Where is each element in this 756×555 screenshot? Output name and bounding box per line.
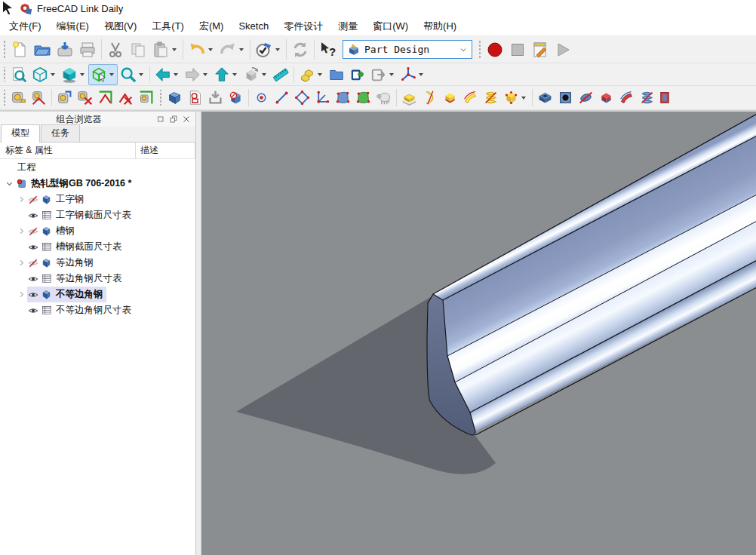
dropdown-arrow-icon[interactable] <box>80 73 85 76</box>
placement-button[interactable] <box>398 64 427 85</box>
tree-row[interactable]: 工字钢 <box>0 192 195 207</box>
tree-row[interactable]: 工字钢截面尺寸表 <box>0 207 195 223</box>
menu-item-5[interactable]: 宏(M) <box>192 17 232 35</box>
subtractive-pipe-button[interactable] <box>616 87 637 108</box>
blue-face-button[interactable] <box>333 87 353 108</box>
print-button[interactable] <box>76 38 99 61</box>
dropdown-arrow-icon[interactable] <box>139 73 143 76</box>
visibility-on-icon[interactable] <box>28 274 38 284</box>
measure-linked-button[interactable] <box>54 87 75 108</box>
measure-angular-frame-button[interactable] <box>95 87 115 108</box>
dropdown-arrow-icon[interactable] <box>51 73 55 76</box>
tab-tasks[interactable]: 任务 <box>41 124 80 142</box>
menu-item-2[interactable]: 编辑(E) <box>49 17 97 35</box>
pocket-button[interactable] <box>535 87 555 108</box>
visibility-on-icon[interactable] <box>28 290 38 300</box>
measure-angle-button[interactable] <box>29 87 49 108</box>
cut-button[interactable] <box>104 38 127 61</box>
dropdown-arrow-icon[interactable] <box>208 48 213 51</box>
toolbar-grip[interactable] <box>2 40 7 59</box>
panel-splitter[interactable] <box>196 112 201 555</box>
panel-float-button[interactable] <box>167 113 180 125</box>
menu-item-1[interactable]: 文件(F) <box>2 17 49 35</box>
isometric-view-button[interactable] <box>59 64 88 85</box>
dropdown-arrow-icon[interactable] <box>172 48 177 51</box>
menu-item-3[interactable]: 视图(V) <box>97 17 144 35</box>
tree-item-label[interactable]: 等边角钢 <box>54 256 94 269</box>
tree-row[interactable]: 热轧型钢GB 706-2016 * <box>0 176 195 192</box>
column-header-description[interactable]: 描述 <box>136 143 195 158</box>
tree-row[interactable]: 工程 <box>0 160 195 176</box>
dropdown-arrow-icon[interactable] <box>318 73 322 76</box>
navigate-back-button[interactable] <box>152 64 182 85</box>
additive-primitive-button[interactable] <box>501 87 530 108</box>
datum-point-button[interactable] <box>251 87 272 108</box>
redo-button[interactable] <box>217 38 247 61</box>
menu-item-9[interactable]: 窗口(W) <box>365 17 416 35</box>
datum-line-button[interactable] <box>272 87 292 108</box>
dropdown-arrow-icon[interactable] <box>275 48 280 51</box>
visibility-off-icon[interactable] <box>28 195 38 205</box>
pad-button[interactable] <box>399 87 419 108</box>
panel-close-button[interactable] <box>180 113 192 125</box>
part-variant-button[interactable] <box>297 64 326 85</box>
tree-item-label[interactable]: 工程 <box>16 161 36 174</box>
save-button[interactable] <box>54 38 76 61</box>
tree-row[interactable]: 不等边角钢 <box>0 287 195 302</box>
3d-viewport[interactable] <box>201 112 756 555</box>
menu-item-10[interactable]: 帮助(H) <box>416 17 464 35</box>
groove-button[interactable] <box>576 87 596 108</box>
toolbar-grip[interactable] <box>158 90 163 106</box>
local-coordinate-system-button[interactable] <box>312 87 333 108</box>
tree-item-label[interactable]: 不等边角钢 <box>54 288 103 301</box>
panel-minimize-button[interactable] <box>155 113 167 125</box>
menu-item-8[interactable]: 测量 <box>330 17 365 35</box>
dropdown-arrow-icon[interactable] <box>389 73 394 76</box>
menu-item-7[interactable]: 零件设计 <box>276 17 330 35</box>
navigate-forward-button[interactable] <box>182 64 211 85</box>
tree-item-label[interactable]: 热轧型钢GB 706-2016 * <box>29 177 131 190</box>
tree-item-label[interactable]: 等边角钢尺寸表 <box>54 272 122 285</box>
external-link-button[interactable] <box>368 64 398 85</box>
tree-expander[interactable] <box>15 227 27 235</box>
clone-button[interactable] <box>373 87 394 108</box>
tree-item-label[interactable]: 工字钢截面尺寸表 <box>54 209 131 222</box>
additive-loft-button[interactable] <box>440 87 460 108</box>
open-document-button[interactable] <box>31 38 54 61</box>
whats-this-button[interactable]: ? <box>317 38 340 61</box>
dropdown-arrow-icon[interactable] <box>521 97 526 100</box>
toolbar-grip[interactable] <box>2 67 7 81</box>
macro-play-button[interactable] <box>552 38 574 61</box>
create-sketch-button[interactable] <box>185 87 205 108</box>
box-element-selection-button[interactable] <box>88 64 118 85</box>
fit-all-button[interactable] <box>8 64 29 85</box>
tree-item-label[interactable]: 槽钢 <box>54 225 75 238</box>
workbench-selector[interactable]: Part Design <box>343 40 472 59</box>
dropdown-arrow-icon[interactable] <box>232 73 237 76</box>
tree-expander[interactable] <box>15 290 27 299</box>
visibility-off-icon[interactable] <box>28 258 38 268</box>
tree-row[interactable]: 槽钢 <box>0 223 195 239</box>
tree-row[interactable]: 槽钢截面尺寸表 <box>0 239 195 255</box>
dropdown-arrow-icon[interactable] <box>203 73 207 76</box>
green-face-button[interactable] <box>353 87 373 108</box>
dropdown-arrow-icon[interactable] <box>262 73 266 76</box>
hole-button[interactable] <box>555 87 576 108</box>
copy-button[interactable] <box>127 38 149 61</box>
macro-record-button[interactable] <box>484 38 506 61</box>
tree-item-label[interactable]: 槽钢截面尺寸表 <box>54 241 122 253</box>
map-sketch-button[interactable] <box>205 87 226 108</box>
tree-row[interactable]: 不等边角钢尺寸表 <box>0 302 195 318</box>
menu-item-6[interactable]: Sketch <box>231 18 276 34</box>
tree-item-label[interactable]: 工字钢 <box>54 193 85 206</box>
rotate-view-button[interactable] <box>241 64 270 85</box>
macro-edit-button[interactable] <box>529 38 552 61</box>
dropdown-arrow-icon[interactable] <box>174 73 178 76</box>
toolbar-grip[interactable] <box>2 90 7 106</box>
tree-expander[interactable] <box>15 195 27 204</box>
dropdown-arrow-icon[interactable] <box>419 73 423 76</box>
dropdown-arrow-icon[interactable] <box>239 48 244 51</box>
make-link-button[interactable] <box>347 64 368 85</box>
subtractive-primitive-button[interactable] <box>657 87 678 108</box>
measure-clear-button[interactable] <box>75 87 95 108</box>
